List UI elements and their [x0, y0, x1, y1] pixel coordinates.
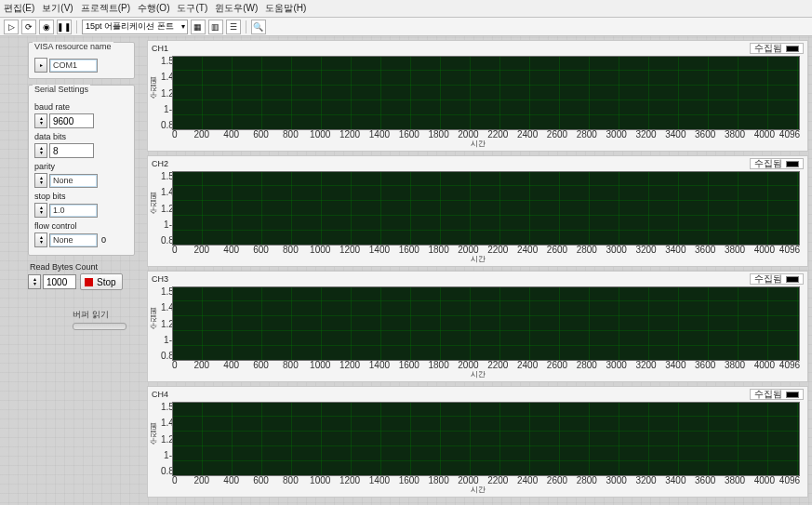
- x-tick: 1200: [335, 475, 365, 485]
- plot-area[interactable]: [172, 402, 800, 476]
- x-axis: 0200400600800100012001400160018002000220…: [172, 360, 800, 370]
- menu-view[interactable]: 보기(V): [42, 2, 73, 15]
- x-tick: 2400: [512, 129, 542, 140]
- align-icon[interactable]: ▦: [191, 20, 206, 34]
- x-tick: 800: [275, 360, 305, 370]
- menu-project[interactable]: 프로젝트(P): [81, 2, 130, 15]
- y-tick: 1.5-: [161, 286, 172, 297]
- buffer-slider[interactable]: [73, 323, 126, 330]
- legend-swatch-icon: [786, 276, 799, 283]
- x-tick: 0: [172, 475, 187, 485]
- stopbits-spinner[interactable]: ▴▾: [34, 203, 47, 218]
- x-tick: 3200: [632, 360, 661, 370]
- x-tick: 3200: [632, 129, 661, 140]
- chart-ch4: CH4수집됨수집됨1.5-1.4-1.2-1-0.8-0200400600800…: [147, 386, 808, 498]
- run-continuous-icon[interactable]: ⟳: [21, 20, 36, 34]
- chart-legend[interactable]: 수집됨: [750, 273, 804, 285]
- reorder-icon[interactable]: ☰: [226, 20, 241, 34]
- stopbits-select[interactable]: 1.0: [49, 204, 98, 218]
- x-tick: 1400: [365, 129, 394, 140]
- buffer-read-label: 버퍼 읽기: [73, 309, 135, 321]
- x-tick: 200: [187, 129, 217, 140]
- y-tick: 0.8-: [161, 466, 172, 476]
- x-tick: 400: [217, 360, 246, 370]
- front-panel: VISA resource name ▸ COM1 Serial Setting…: [0, 36, 812, 505]
- flow-select[interactable]: None: [49, 233, 98, 247]
- x-tick: 800: [275, 129, 305, 140]
- menu-help[interactable]: 도움말(H): [265, 2, 306, 15]
- visa-resource-select[interactable]: COM1: [49, 59, 98, 73]
- x-tick: 3000: [602, 360, 632, 370]
- menu-tools[interactable]: 도구(T): [177, 2, 207, 15]
- chart-ch1: CH1수집됨수집됨1.5-1.4-1.2-1-0.8-0200400600800…: [147, 40, 808, 152]
- x-tick: 3000: [602, 129, 632, 140]
- baud-input[interactable]: [49, 113, 94, 128]
- flow-spinner[interactable]: ▴▾: [34, 233, 47, 247]
- x-tick: 3600: [690, 245, 720, 255]
- pause-icon[interactable]: ❚❚: [57, 20, 72, 34]
- y-tick: 1.4-: [161, 187, 172, 197]
- x-tick: 600: [246, 475, 276, 485]
- legend-swatch-icon: [786, 161, 799, 167]
- x-tick: 2400: [512, 360, 542, 370]
- chart-legend[interactable]: 수집됨: [750, 389, 804, 400]
- x-tick: 4000: [750, 245, 779, 255]
- databits-input[interactable]: [49, 143, 94, 158]
- font-select[interactable]: 15pt 어플리케이션 폰트: [82, 20, 188, 34]
- menu-window[interactable]: 윈도우(W): [215, 2, 258, 15]
- read-bytes-spinner[interactable]: ▴▾: [28, 274, 41, 289]
- read-bytes-label: Read Bytes Count: [30, 262, 98, 272]
- x-tick: 2600: [542, 475, 572, 485]
- distribute-icon[interactable]: ▥: [208, 20, 223, 34]
- chart-legend[interactable]: 수집됨: [750, 43, 804, 54]
- visa-browse-icon[interactable]: ▸: [34, 58, 47, 73]
- menu-edit[interactable]: 편집(E): [4, 2, 34, 15]
- serial-settings-group: Serial Settings baud rate ▴▾ data bits ▴…: [28, 85, 135, 256]
- parity-spinner[interactable]: ▴▾: [34, 173, 47, 188]
- baud-spinner[interactable]: ▴▾: [34, 113, 47, 128]
- stop-button[interactable]: Stop: [80, 273, 123, 290]
- run-icon[interactable]: ▷: [4, 20, 19, 34]
- abort-icon[interactable]: ◉: [39, 20, 54, 34]
- x-tick: 1600: [394, 475, 424, 485]
- controls-column: VISA resource name ▸ COM1 Serial Setting…: [28, 42, 135, 330]
- x-axis-label: 시간: [471, 369, 486, 379]
- x-axis: 0200400600800100012001400160018002000220…: [172, 475, 800, 485]
- legend-label: 수집됨: [754, 157, 782, 170]
- x-tick: 3800: [720, 245, 750, 255]
- y-tick: 0.8-: [161, 351, 172, 361]
- x-tick: 3000: [602, 475, 632, 485]
- plot-area[interactable]: [172, 56, 800, 130]
- legend-label: 수집됨: [754, 272, 782, 286]
- x-tick: 2600: [542, 245, 572, 255]
- menu-operate[interactable]: 수행(O): [138, 2, 169, 15]
- chart-ch2: CH2수집됨수집됨1.5-1.4-1.2-1-0.8-0200400600800…: [147, 155, 808, 267]
- x-tick: 1400: [365, 475, 394, 485]
- y-tick: 0.8-: [161, 235, 172, 246]
- x-tick: 800: [275, 245, 305, 255]
- chart-legend[interactable]: 수집됨: [750, 158, 804, 169]
- x-tick: 3600: [690, 129, 720, 140]
- x-tick: 1200: [335, 129, 365, 140]
- x-tick: 600: [246, 245, 276, 255]
- read-bytes-input[interactable]: [43, 274, 76, 289]
- x-tick: 3400: [660, 360, 690, 370]
- plot-area[interactable]: [172, 286, 800, 361]
- parity-select[interactable]: None: [49, 174, 98, 188]
- x-tick: 1800: [424, 475, 454, 485]
- y-tick: 1.2-: [161, 204, 172, 214]
- x-tick: 2400: [512, 245, 542, 255]
- x-tick: 2600: [542, 360, 572, 370]
- x-tick: 1800: [424, 245, 454, 255]
- charts-area: CH1수집됨수집됨1.5-1.4-1.2-1-0.8-0200400600800…: [147, 40, 808, 501]
- x-tick: 1800: [424, 129, 454, 140]
- x-tick: 2200: [483, 475, 512, 485]
- plot-area[interactable]: [172, 171, 800, 246]
- x-tick: 3400: [660, 475, 690, 485]
- databits-spinner[interactable]: ▴▾: [34, 143, 47, 158]
- y-axis: 1.5-1.4-1.2-1-0.8-: [161, 171, 172, 246]
- search-icon[interactable]: 🔍: [251, 20, 266, 34]
- chart-title: CH4: [152, 390, 168, 399]
- y-tick: 1.4-: [161, 72, 172, 82]
- y-axis: 1.5-1.4-1.2-1-0.8-: [161, 286, 172, 361]
